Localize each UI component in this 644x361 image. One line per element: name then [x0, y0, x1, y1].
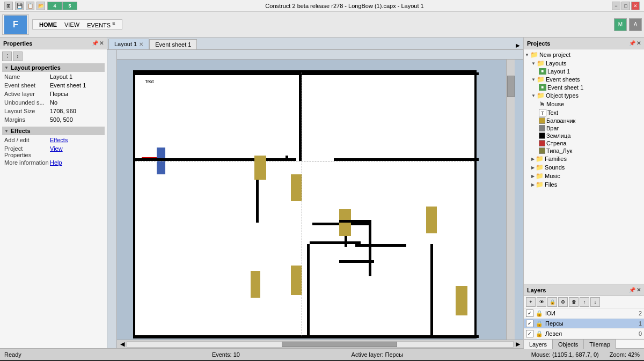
properties-close-icon[interactable]: ✕ — [99, 40, 104, 46]
tree-music[interactable]: ▶ 📁 Music — [524, 172, 644, 180]
layer-lock-persy: 🔒 — [536, 320, 543, 327]
text-icon: T — [539, 109, 546, 116]
event-sheet-tab[interactable]: Event sheet 1 — [149, 39, 197, 49]
layers-pin-icon[interactable]: 📌 — [629, 287, 635, 293]
scroll-left-btn[interactable]: ◀ — [118, 341, 127, 348]
wall-small-1 — [339, 220, 371, 223]
tree-text[interactable]: T Text — [524, 108, 644, 117]
tree-object-types[interactable]: ▼ 📁 Object types — [524, 91, 644, 100]
scroll-v[interactable] — [506, 60, 515, 340]
tree-tipa-luk[interactable]: Типа_Лук — [524, 147, 644, 154]
view-tab[interactable]: VIEW — [61, 21, 83, 28]
prop-project-props: Project Properties View — [2, 145, 105, 159]
gear-icon[interactable]: ⚙ — [558, 297, 568, 307]
toolbar-icon-4: 📂 — [36, 2, 45, 10]
scroll-right-btn[interactable]: ▶ — [514, 341, 522, 348]
projects-title: Projects — [527, 40, 550, 47]
layer-yui[interactable]: ✓ 🔒 ЮИ 2 — [524, 308, 644, 319]
canvas-area[interactable]: Text — [117, 60, 523, 340]
tree-layout1[interactable]: ■ Layout 1 — [524, 68, 644, 75]
wall-floor-1 — [310, 241, 361, 244]
props-icon-1[interactable]: ⋮ — [2, 51, 12, 61]
projects-pin-icon[interactable]: 📌 — [629, 40, 635, 46]
tree-new-project[interactable]: ▼ 📁 New project — [524, 50, 644, 59]
properties-content: ⋮ ↕ ▼ Layout properties Name Layout 1 Ev… — [0, 49, 107, 348]
tree-files[interactable]: ▶ 📁 Files — [524, 180, 644, 189]
folder-icon-7: 📁 — [536, 172, 544, 180]
tree-label-balvanchik: Балванчик — [546, 117, 575, 124]
layer-persy[interactable]: ✓ 🔒 Персы 1 — [524, 319, 644, 329]
canvas-container: Text — [107, 50, 523, 348]
properties-pin-icon[interactable]: 📌 — [92, 40, 98, 46]
tree-event-sheet1[interactable]: ■ Event sheet 1 — [524, 84, 644, 91]
tree-vrag[interactable]: Враг — [524, 124, 644, 132]
home-tab[interactable]: HOME — [36, 21, 60, 28]
layout-tab-close[interactable]: ✕ — [139, 41, 143, 47]
editor-tabs: Layout 1 ✕ Event sheet 1 ▶ — [107, 38, 523, 50]
down-layer-btn[interactable]: ↓ — [590, 297, 600, 307]
folder-icon-5: 📁 — [536, 155, 544, 163]
eye-icon[interactable]: 👁 — [537, 297, 546, 307]
props-icon-2[interactable]: ↕ — [13, 51, 23, 61]
tree-sounds[interactable]: ▶ 📁 Sounds — [524, 163, 644, 172]
layers-panel: Layers 📌 ✕ + 👁 🔒 ⚙ 🗑 ↑ ↓ ✓ 🔒 ЮИ 2 — [524, 284, 644, 348]
layer-check-persy[interactable]: ✓ — [526, 320, 533, 327]
maximize-btn[interactable]: □ — [621, 2, 630, 10]
lock-icon[interactable]: 🔒 — [547, 297, 557, 307]
tree-mouse[interactable]: 🖱 Mouse — [524, 100, 644, 108]
tree-label-mouse: Mouse — [546, 101, 564, 107]
tab-objects[interactable]: Objects — [553, 340, 584, 349]
tree-label-new-project: New project — [539, 51, 570, 58]
tree-layouts[interactable]: ▼ 📁 Layouts — [524, 59, 644, 68]
props-toolbar: ⋮ ↕ — [2, 51, 105, 61]
properties-panel: Properties 📌 ✕ ⋮ ↕ ▼ Layout properties N… — [0, 38, 107, 348]
obj-1 — [254, 156, 266, 180]
tree-zemlica[interactable]: Землица — [524, 132, 644, 139]
h-scroll-track[interactable] — [127, 341, 514, 348]
obj-3 — [339, 209, 351, 236]
layout-background: Text — [117, 60, 515, 340]
project-props-link[interactable]: View — [50, 145, 63, 158]
layer-level[interactable]: ✓ 🔒 Левел 0 — [524, 329, 644, 339]
effects-section[interactable]: ▼ Effects — [2, 127, 105, 135]
junction-1 — [286, 156, 288, 158]
tree-event-sheets[interactable]: ▼ 📁 Event sheets — [524, 75, 644, 84]
layer-lock-level: 🔒 — [536, 330, 543, 337]
layout-props-section[interactable]: ▼ Layout properties — [2, 63, 105, 72]
tree-label-vrag: Враг — [546, 125, 559, 131]
layer-check-level[interactable]: ✓ — [526, 330, 533, 337]
layer-check-yui[interactable]: ✓ — [526, 310, 533, 317]
tree-families[interactable]: ▶ 📁 Families — [524, 154, 644, 163]
canvas-area-wrapper: Text — [117, 60, 523, 340]
layout-props-label: Layout properties — [11, 64, 61, 71]
tree-strela[interactable]: Стрела — [524, 139, 644, 147]
up-layer-btn[interactable]: ↑ — [580, 297, 589, 307]
folder-icon-6: 📁 — [536, 164, 544, 171]
tab-tilemap[interactable]: Tilemap — [584, 340, 616, 349]
effects-link[interactable]: Effects — [50, 137, 68, 144]
toolbar-icon-3: 📋 — [26, 2, 34, 10]
tree-label-event-sheet1: Event sheet 1 — [547, 84, 583, 91]
delete-layer-btn[interactable]: 🗑 — [569, 297, 579, 307]
layout-tab[interactable]: Layout 1 ✕ — [108, 39, 149, 49]
unbounded-value: No — [50, 99, 103, 107]
projects-close-icon[interactable]: ✕ — [636, 40, 641, 46]
redo-btn[interactable]: 5 — [62, 2, 77, 10]
properties-header: Properties 📌 ✕ — [0, 38, 107, 49]
layers-close-icon[interactable]: ✕ — [636, 287, 641, 293]
tree-balvanchik[interactable]: Балванчик — [524, 117, 644, 124]
name-label: Name — [4, 73, 50, 81]
events-tab[interactable]: EVENTS E — [84, 21, 118, 28]
titlebar: ⊞ 💾 📋 📂 4 5 Construct 2 beta release r27… — [0, 0, 644, 12]
undo-btn[interactable]: 4 — [47, 2, 62, 10]
minimize-btn[interactable]: − — [612, 2, 620, 10]
tree-label-event-sheets: Event sheets — [546, 76, 580, 83]
layout-tab-label: Layout 1 — [114, 41, 137, 47]
tab-layers[interactable]: Layers — [524, 340, 553, 349]
f-btn[interactable]: F — [4, 15, 27, 34]
tab-nav-btn[interactable]: ▶ — [514, 41, 522, 49]
help-link[interactable]: Help — [50, 159, 62, 167]
close-btn[interactable]: ✕ — [631, 2, 640, 10]
add-layer-btn[interactable]: + — [526, 297, 536, 307]
h-scrollbar[interactable]: ◀ ▶ — [117, 340, 523, 348]
